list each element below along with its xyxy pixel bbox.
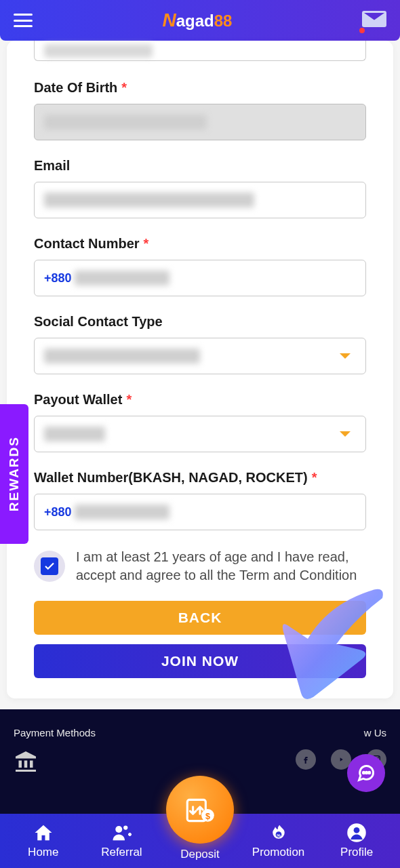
email-label: Email xyxy=(34,158,366,174)
payment-methods-label: Payment Methods xyxy=(14,727,96,738)
terms-text: I am at least 21 years of age and I have… xyxy=(76,548,366,585)
contact-field[interactable]: +880 xyxy=(34,260,366,296)
join-now-button[interactable]: JOIN NOW xyxy=(34,644,366,678)
redacted-value xyxy=(44,427,105,441)
chevron-down-icon xyxy=(340,353,351,359)
payout-label: Payout Wallet* xyxy=(34,392,366,408)
svg-point-10 xyxy=(124,825,128,829)
nav-referral-label: Referral xyxy=(101,846,142,859)
redacted-value xyxy=(44,115,207,130)
payout-select[interactable] xyxy=(34,416,366,452)
facebook-icon xyxy=(300,754,311,765)
wallet-field[interactable]: +880 xyxy=(34,494,366,530)
terms-row: I am at least 21 years of age and I have… xyxy=(34,548,366,585)
social-select[interactable] xyxy=(34,338,366,374)
svg-text:%: % xyxy=(277,833,281,837)
payment-methods-section: Payment Methods xyxy=(14,727,96,776)
nav-promotion[interactable]: % Promotion xyxy=(241,823,316,859)
contact-label: Contact Number* xyxy=(34,236,366,252)
logo: Nagad88 xyxy=(163,9,233,31)
svg-text:$: $ xyxy=(205,812,210,821)
svg-point-14 xyxy=(354,827,360,833)
nav-deposit-label: Deposit xyxy=(180,848,220,861)
logo-agad: agad xyxy=(176,12,214,30)
nav-home[interactable]: Home xyxy=(6,823,81,859)
rewards-tab[interactable]: REWARDS xyxy=(0,404,28,544)
nav-profile[interactable]: Profile xyxy=(319,823,394,859)
phone-prefix: +880 xyxy=(44,271,72,285)
wallet-label: Wallet Number(BKASH, NAGAD, ROCKET)* xyxy=(34,470,366,486)
form-card: Date Of Birth* Email Contact Number* +88… xyxy=(7,41,393,698)
profile-icon xyxy=(346,823,367,843)
referral-icon xyxy=(111,823,132,843)
redacted-value xyxy=(75,271,169,285)
social-label: Social Contact Type xyxy=(34,314,366,330)
svg-point-4 xyxy=(365,772,367,773)
chat-icon xyxy=(357,764,376,783)
dob-field xyxy=(34,104,366,140)
nav-profile-label: Profile xyxy=(340,846,373,859)
promotion-icon: % xyxy=(268,823,289,843)
svg-point-5 xyxy=(369,772,370,773)
redacted-value xyxy=(44,349,200,363)
redacted-value xyxy=(75,505,169,519)
nav-home-label: Home xyxy=(28,846,58,859)
phone-prefix: +880 xyxy=(44,505,72,519)
mail-button[interactable] xyxy=(362,10,386,31)
notification-dot-icon xyxy=(359,28,365,33)
facebook-button[interactable] xyxy=(296,749,316,770)
check-icon xyxy=(43,560,56,572)
redacted-value xyxy=(44,44,153,58)
svg-point-3 xyxy=(363,772,364,773)
logo-n: N xyxy=(163,9,176,31)
bank-icon xyxy=(14,749,96,776)
nav-referral[interactable]: Referral xyxy=(84,823,159,859)
mail-icon xyxy=(362,10,386,28)
chat-fab[interactable] xyxy=(347,754,385,792)
email-field[interactable] xyxy=(34,182,366,218)
rewards-tab-label: REWARDS xyxy=(7,436,22,511)
logo-88: 88 xyxy=(214,12,233,30)
app-header: Nagad88 xyxy=(0,0,400,41)
nav-promotion-label: Promotion xyxy=(252,846,304,859)
chevron-down-icon xyxy=(340,431,351,437)
svg-point-9 xyxy=(116,826,123,833)
partial-input[interactable] xyxy=(34,41,366,61)
deposit-fab[interactable]: $ xyxy=(166,776,234,844)
terms-checkbox[interactable] xyxy=(34,551,65,582)
dob-label: Date Of Birth* xyxy=(34,80,366,96)
redacted-value xyxy=(44,193,254,208)
svg-point-2 xyxy=(378,757,380,758)
hamburger-menu-icon[interactable] xyxy=(14,14,33,27)
deposit-icon: $ xyxy=(183,793,217,827)
youtube-icon xyxy=(336,754,346,765)
home-icon xyxy=(33,823,54,843)
follow-us-label: w Us xyxy=(296,727,386,738)
back-button[interactable]: BACK xyxy=(34,601,366,635)
